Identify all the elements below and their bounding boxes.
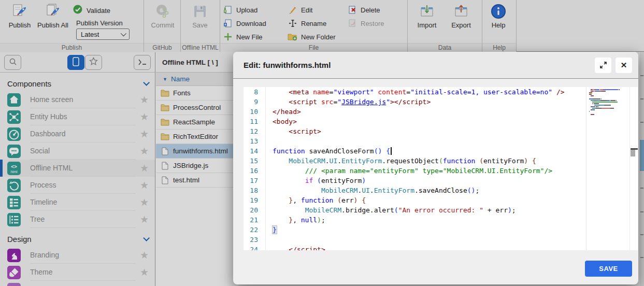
code-text: <script src="JSBridge.js"></script> (265, 97, 586, 107)
app-window: Publish Publish All Validate Publish Ver… (0, 0, 644, 286)
code-line-12[interactable]: 12 <script> (244, 126, 586, 136)
code-line-17[interactable]: 17 if (entityForm) (244, 176, 586, 185)
code-text: }, function (err) { (265, 195, 586, 205)
code-line-20[interactable]: 20 MobileCRM.bridge.alert("An error occu… (244, 205, 586, 215)
code-text (265, 235, 586, 245)
code-line-10[interactable]: 10</head> (244, 107, 586, 117)
code-text (265, 136, 586, 146)
code-text: /// <param name="entityForm" type="Mobil… (265, 166, 586, 176)
line-number: 15 (244, 156, 265, 166)
code-text: MobileCRM.UI.EntityForm.requestObject(fu… (265, 156, 586, 166)
line-number: 9 (244, 97, 265, 107)
line-number: 21 (244, 215, 265, 225)
code-line-18[interactable]: 18 MobileCRM.UI.EntityForm.saveAndClose(… (244, 185, 586, 195)
code-line-9[interactable]: 9 <script src="JSBridge.js"></script> (244, 97, 586, 107)
code-line-11[interactable]: 11<body> (244, 117, 586, 126)
modal-title: Edit: funwithforms.html (244, 61, 591, 69)
code-line-23[interactable]: 23 (244, 235, 586, 245)
line-number: 13 (244, 136, 265, 146)
code-text: MobileCRM.bridge.alert("An error occurre… (265, 205, 586, 215)
line-number: 14 (244, 146, 265, 156)
editor-scrollbar[interactable] (629, 87, 638, 250)
code-text: }, null); (265, 215, 586, 225)
text-cursor (391, 147, 392, 155)
edit-file-modal: Edit: funwithforms.html ✕ 8 <meta name="… (233, 52, 638, 284)
code-line-15[interactable]: 15 MobileCRM.UI.EntityForm.requestObject… (244, 156, 586, 166)
modal-header: Edit: funwithforms.html ✕ (233, 52, 638, 79)
code-line-19[interactable]: 19 }, function (err) { (244, 195, 586, 205)
code-text: <meta name="viewport" content="initial-s… (265, 87, 586, 97)
line-number: 16 (244, 166, 265, 176)
line-number: 12 (244, 126, 265, 136)
line-number: 17 (244, 176, 265, 185)
save-button[interactable]: SAVE (585, 261, 632, 277)
code-line-21[interactable]: 21 }, null); (244, 215, 586, 225)
code-text: if (entityForm) (265, 176, 586, 185)
code-text: <body> (265, 117, 586, 126)
code-text: } (265, 225, 586, 235)
minimap[interactable] (586, 87, 629, 250)
code-line-24[interactable]: 24 </script> (244, 245, 586, 250)
expand-icon (599, 61, 607, 69)
code-text: <script> (265, 126, 586, 136)
code-lines[interactable]: 8 <meta name="viewport" content="initial… (244, 87, 586, 250)
line-number: 19 (244, 195, 265, 205)
code-line-22[interactable]: 22} (244, 225, 586, 235)
line-number: 11 (244, 117, 265, 126)
expand-button[interactable] (595, 58, 611, 73)
line-number: 22 (244, 225, 265, 235)
line-number: 10 (244, 107, 265, 117)
close-icon: ✕ (621, 61, 627, 70)
code-text: function saveAndCloseForm() { (265, 146, 586, 156)
code-text: </script> (265, 245, 586, 250)
line-number: 8 (244, 87, 265, 97)
code-text: MobileCRM.UI.EntityForm.saveAndClose(); (265, 185, 586, 195)
code-line-13[interactable]: 13 (244, 136, 586, 146)
code-editor[interactable]: 8 <meta name="viewport" content="initial… (244, 87, 638, 250)
line-number: 23 (244, 235, 265, 245)
code-line-16[interactable]: 16 /// <param name="entityForm" type="Mo… (244, 166, 586, 176)
code-line-14[interactable]: 14function saveAndCloseForm() { (244, 146, 586, 156)
code-text: </head> (265, 107, 586, 117)
line-number: 20 (244, 205, 265, 215)
line-number: 24 (244, 245, 265, 250)
code-line-8[interactable]: 8 <meta name="viewport" content="initial… (244, 87, 586, 97)
close-button[interactable]: ✕ (616, 58, 632, 73)
line-number: 18 (244, 185, 265, 195)
